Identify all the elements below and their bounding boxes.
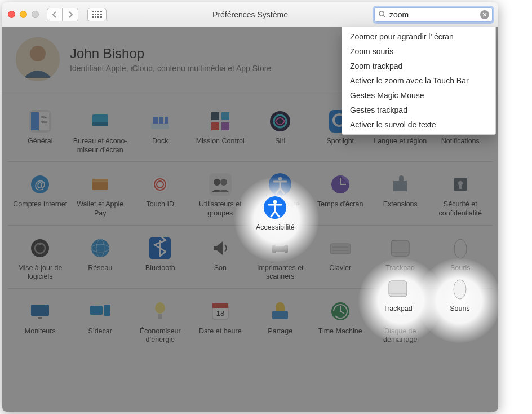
clear-search-button[interactable] [480, 10, 489, 19]
svg-rect-53 [272, 245, 288, 253]
search-input[interactable] [374, 7, 493, 22]
prefpane-users[interactable]: Utilisateurs et groupes [190, 170, 251, 220]
prefpane-label: Son [214, 264, 227, 281]
prefpane-label: Comptes Internet [13, 200, 67, 217]
prefpane-datetime[interactable]: 18Date et heure [190, 297, 251, 347]
prefpane-update[interactable]: Mise à jour de logiciels [10, 234, 70, 284]
suggestion-item[interactable]: Gestes Magic Mouse [342, 88, 495, 103]
svg-rect-14 [153, 117, 158, 124]
svg-point-47 [31, 239, 49, 257]
prefpane-bluetooth[interactable]: Bluetooth [130, 234, 190, 284]
svg-rect-64 [90, 306, 103, 315]
prefpane-label: Sidecar [88, 327, 112, 344]
prefpane-timemachine[interactable]: Time Machine [311, 297, 371, 347]
svg-point-66 [155, 302, 165, 314]
svg-rect-17 [211, 112, 219, 120]
svg-point-40 [220, 179, 227, 186]
prefpane-energy[interactable]: Économiseur d’énergie [130, 297, 190, 347]
svg-point-76 [273, 200, 277, 204]
svg-line-1 [383, 15, 385, 17]
trackpad-icon [385, 276, 410, 301]
suggestion-item[interactable]: Activer le survol de texte [342, 117, 495, 132]
svg-rect-19 [211, 122, 219, 130]
svg-rect-59 [391, 240, 409, 256]
search-icon [378, 10, 387, 19]
forward-button[interactable] [63, 8, 78, 21]
prefpane-sidecar[interactable]: Sidecar [70, 297, 131, 347]
close-window-button[interactable] [8, 11, 15, 18]
prefpane-label: Général [28, 137, 52, 154]
prefpane-siri[interactable]: Siri [250, 107, 311, 157]
suggestion-item[interactable]: Activer le zoom avec la Touch Bar [342, 73, 495, 88]
prefpane-label: Dock [152, 137, 168, 154]
desktop-icon [88, 109, 113, 134]
timemachine-icon [328, 299, 353, 324]
prefpane-extensions[interactable]: Extensions [370, 170, 431, 220]
svg-rect-56 [330, 244, 351, 254]
window-controls [8, 11, 39, 18]
prefpane-label: Spotlight [326, 137, 354, 154]
prefpane-mission[interactable]: Mission Control [190, 107, 251, 157]
prefpane-displays[interactable]: Moniteurs [10, 297, 70, 347]
svg-rect-7 [31, 112, 39, 130]
back-button[interactable] [47, 8, 63, 21]
prefpane-label: Imprimantes et scanners [252, 264, 308, 281]
prefpane-wallet[interactable]: Wallet et Apple Pay [70, 170, 131, 220]
search-suggestions: Zoomer pour agrandir l’ écranZoom souris… [342, 27, 496, 135]
users-icon [208, 172, 233, 197]
svg-point-49 [91, 239, 109, 257]
prefpane-label: Partage [268, 327, 292, 344]
svg-rect-12 [92, 122, 108, 126]
prefpane-label: Mission Control [196, 137, 245, 154]
prefpane-network[interactable]: Réseau [70, 234, 131, 284]
sharing-icon [268, 299, 292, 324]
prefpane-screentime[interactable]: Temps d’écran [311, 170, 371, 220]
show-all-button[interactable] [87, 8, 107, 21]
prefpane-internet[interactable]: @Comptes Internet [10, 170, 70, 220]
network-icon [88, 236, 113, 261]
prefpane-label: Siri [275, 137, 285, 154]
svg-text:18: 18 [216, 309, 224, 318]
svg-rect-63 [38, 317, 42, 319]
svg-text:File: File [41, 116, 47, 119]
accessibility-icon [268, 172, 292, 197]
trackpad-icon [388, 236, 413, 261]
minimize-window-button[interactable] [20, 11, 27, 18]
user-text: John Bishop Identifiant Apple, iCloud, c… [70, 46, 271, 73]
displays-icon [28, 299, 52, 324]
prefpane-mouse-highlight[interactable]: Souris [447, 276, 472, 321]
prefpane-printers[interactable]: Imprimantes et scanners [250, 234, 311, 284]
touchid-icon [148, 172, 172, 197]
suggestion-item[interactable]: Zoom trackpad [342, 59, 495, 73]
suggestion-item[interactable]: Gestes trackpad [342, 103, 495, 117]
prefpane-sharing[interactable]: Partage [250, 297, 311, 347]
prefpane-desktop[interactable]: Bureau et écono­miseur d’écran [70, 107, 131, 157]
chevron-right-icon [68, 11, 73, 18]
prefpane-touchid[interactable]: Touch ID [130, 170, 190, 220]
datetime-icon: 18 [208, 299, 233, 324]
sound-icon [208, 236, 233, 261]
general-icon: FileNew [28, 109, 52, 134]
prefpane-trackpad-highlight[interactable]: Trackpad [383, 276, 413, 321]
prefpane-security[interactable]: Sécurité et confidentialité [431, 170, 491, 220]
prefpane-accessibility-highlight[interactable]: Accessibilité [256, 195, 295, 240]
prefpane-general[interactable]: FileNewGénéral [10, 107, 70, 157]
prefpane-label: Touch ID [147, 200, 174, 217]
prefpane-dock[interactable]: Dock [130, 107, 190, 157]
mouse-icon [448, 236, 473, 261]
prefpane-sound[interactable]: Son [190, 234, 251, 284]
mouse-icon [447, 276, 472, 301]
siri-icon [268, 109, 292, 134]
prefpane-keyboard[interactable]: Clavier [311, 234, 371, 284]
prefpane-label: Économiseur d’énergie [132, 327, 188, 345]
suggestion-item[interactable]: Zoomer pour agrandir l’ écran [342, 29, 495, 44]
svg-rect-34 [92, 179, 108, 182]
suggestion-item[interactable]: Zoom souris [342, 44, 495, 59]
extensions-icon [388, 172, 413, 197]
svg-point-42 [278, 177, 282, 180]
svg-rect-77 [389, 281, 407, 297]
user-name: John Bishop [70, 46, 271, 61]
zoom-window-button[interactable] [32, 11, 39, 18]
accessibility-icon [263, 195, 287, 220]
prefpane-row: @Comptes InternetWallet et Apple PayTouc… [8, 162, 493, 225]
